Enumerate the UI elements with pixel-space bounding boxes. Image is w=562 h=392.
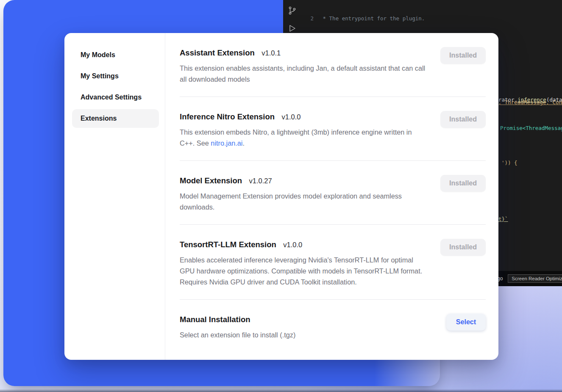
code-fragment: Promise<ThreadMessage> xyxy=(500,125,562,131)
extension-title: TensortRT-LLM Extension xyxy=(180,240,276,249)
sidebar-item-advanced-settings[interactable]: Advanced Settings xyxy=(72,88,159,107)
extension-info: Assistant Extension v1.0.1 This extensio… xyxy=(180,47,428,85)
extension-info: Manual Installation Select an extension … xyxy=(180,314,295,340)
sidebar-item-label: Extensions xyxy=(81,115,117,122)
extension-row-manual-installation: Manual Installation Select an extension … xyxy=(180,300,486,352)
extension-title: Inference Nitro Extension xyxy=(180,112,275,121)
extension-version: v1.0.1 xyxy=(262,49,281,57)
extension-row-inference-nitro: Inference Nitro Extension v1.0.0 This ex… xyxy=(180,97,486,161)
extension-row-assistant: Assistant Extension v1.0.1 This extensio… xyxy=(180,33,486,97)
description-text: . xyxy=(242,139,245,147)
sidebar-item-label: My Models xyxy=(81,51,115,59)
extension-heading: Inference Nitro Extension v1.0.0 xyxy=(180,111,428,123)
installed-button[interactable]: Installed xyxy=(440,239,486,256)
extension-description: Enables accelerated inference leveraging… xyxy=(180,254,428,287)
code-fragment: t}` xyxy=(498,216,508,222)
extension-info: Model Extension v1.0.27 Model Management… xyxy=(180,175,428,213)
sidebar-item-label: My Settings xyxy=(81,72,119,80)
screen-reader-chip[interactable]: Screen Reader Optimize xyxy=(508,274,562,283)
extension-version: v1.0.0 xyxy=(283,241,302,248)
settings-sidebar: My Models My Settings Advanced Settings … xyxy=(64,33,165,360)
code-text: * The entrypoint for the plugin. xyxy=(320,15,425,22)
extension-info: TensortRT-LLM Extension v1.0.0 Enables a… xyxy=(180,239,428,287)
extension-heading: Manual Installation xyxy=(180,314,295,326)
code-text: t}` xyxy=(498,216,508,222)
extension-description: Model Management Extension provides mode… xyxy=(180,190,428,213)
sidebar-item-my-models[interactable]: My Models xyxy=(72,46,159,64)
extension-heading: Model Extension v1.0.27 xyxy=(180,175,428,187)
extension-info: Inference Nitro Extension v1.0.0 This ex… xyxy=(180,111,428,149)
extension-version: v1.0.27 xyxy=(249,177,272,185)
extension-row-model: Model Extension v1.0.27 Model Management… xyxy=(180,161,486,225)
code-fragment: rator.inference(data)); xyxy=(498,97,562,103)
code-fragment: ')) { xyxy=(501,160,517,166)
code-text: rator. xyxy=(498,97,517,103)
run-debug-icon[interactable] xyxy=(287,24,297,33)
extension-title: Manual Installation xyxy=(180,315,250,324)
extensions-list: Assistant Extension v1.0.1 This extensio… xyxy=(165,33,498,360)
extension-row-tensorrt-llm: TensortRT-LLM Extension v1.0.0 Enables a… xyxy=(180,225,486,300)
nitro-jan-ai-link[interactable]: nitro.jan.ai xyxy=(211,139,242,147)
code-text: inference xyxy=(517,97,546,103)
select-file-button[interactable]: Select xyxy=(446,314,486,331)
sidebar-item-label: Advanced Settings xyxy=(81,94,142,101)
code-text: Promise<ThreadMessage> xyxy=(500,125,562,131)
extension-title: Assistant Extension xyxy=(180,48,255,57)
code-text: (data)); xyxy=(546,97,562,103)
installed-button[interactable]: Installed xyxy=(440,47,486,64)
line-number: 2 xyxy=(303,15,314,22)
extension-description: Select an extension file to install (.tg… xyxy=(180,329,295,340)
source-control-icon[interactable] xyxy=(287,6,297,15)
code-line: 2 * The entrypoint for the plugin. xyxy=(303,15,562,22)
installed-button[interactable]: Installed xyxy=(440,111,486,128)
extension-heading: TensortRT-LLM Extension v1.0.0 xyxy=(180,239,428,251)
sidebar-item-my-settings[interactable]: My Settings xyxy=(72,67,159,86)
installed-button[interactable]: Installed xyxy=(440,175,486,192)
extension-description: This extension embeds Nitro, a lightweig… xyxy=(180,127,428,149)
extension-description: This extension enables assistants, inclu… xyxy=(180,63,428,85)
sidebar-item-extensions[interactable]: Extensions xyxy=(72,109,159,128)
extension-title: Model Extension xyxy=(180,176,242,185)
extension-version: v1.0.0 xyxy=(282,113,301,121)
code-text: ')) { xyxy=(501,160,517,166)
extension-heading: Assistant Extension v1.0.1 xyxy=(180,47,428,59)
settings-modal: My Models My Settings Advanced Settings … xyxy=(64,33,498,360)
